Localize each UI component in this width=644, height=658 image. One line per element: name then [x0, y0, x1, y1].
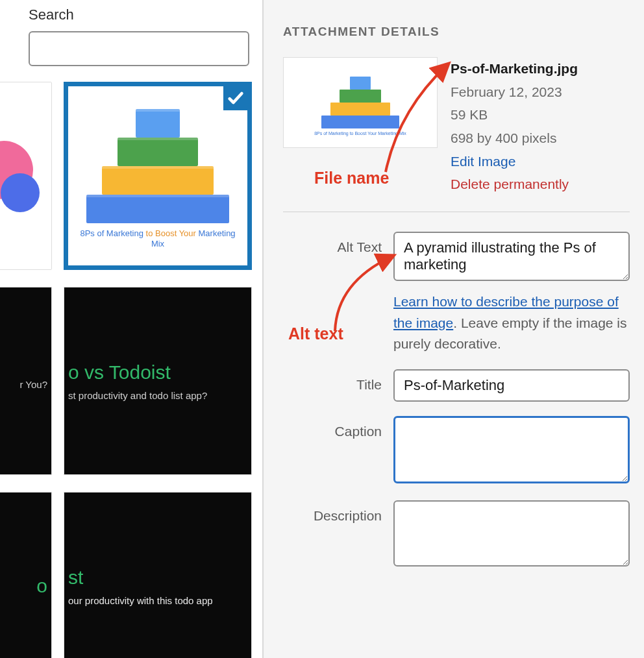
attachment-preview: 8Ps of Marketing to Boost Your Marketing… [283, 57, 438, 148]
caption-label: Caption [283, 416, 393, 439]
attachment-dimensions: 698 by 400 pixels [451, 127, 630, 150]
pyramid-graphic [86, 100, 229, 223]
title-label: Title [283, 369, 393, 393]
attachment-details-panel: ATTACHMENT DETAILS 8Ps of Marketing to B… [262, 0, 644, 658]
attachment-filename: Ps-of-Marketing.jpg [451, 57, 630, 80]
search-label: Search [29, 6, 262, 23]
delete-permanently-link[interactable]: Delete permanently [451, 173, 630, 196]
alt-text-input[interactable] [393, 232, 630, 281]
media-thumbnail-3[interactable]: r You? [0, 287, 52, 475]
description-input[interactable] [393, 500, 630, 567]
media-thumbnail-5[interactable]: o [0, 492, 52, 658]
media-thumbnail-6[interactable]: st our productivity with this todo app [64, 492, 252, 658]
alt-text-label: Alt Text [283, 232, 393, 255]
title-input[interactable] [393, 369, 630, 402]
media-library-panel: Search ♥ [0, 0, 262, 658]
caption-input[interactable] [393, 416, 630, 483]
search-input[interactable] [29, 31, 249, 66]
thumbnail-caption: 8Ps of Marketing to Boost Your Marketing… [75, 228, 241, 249]
media-thumbnail-1[interactable]: ♥ [0, 82, 52, 270]
media-thumbnail-selected[interactable]: 8Ps of Marketing to Boost Your Marketing… [64, 82, 252, 270]
section-header: ATTACHMENT DETAILS [283, 25, 630, 39]
description-label: Description [283, 500, 393, 524]
alt-text-help: Learn how to describe the purpose of the… [393, 291, 630, 355]
edit-image-link[interactable]: Edit Image [451, 150, 630, 173]
media-thumbnail-4[interactable]: o vs Todoist st productivity and todo li… [64, 287, 252, 475]
attachment-date: February 12, 2023 [451, 80, 630, 104]
selected-check-icon [221, 84, 250, 112]
attachment-filesize: 59 KB [451, 103, 630, 127]
